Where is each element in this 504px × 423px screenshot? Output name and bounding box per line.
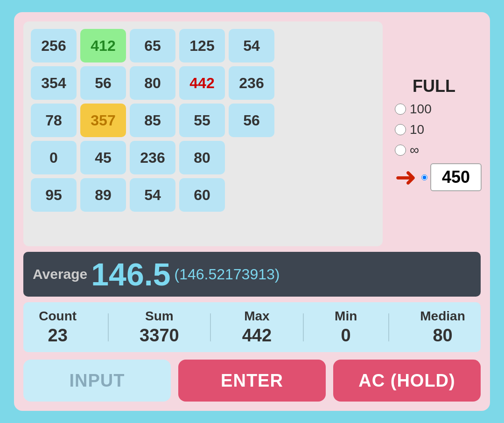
- radio-10-label: 10: [410, 122, 424, 137]
- radio-inf-label: ∞: [410, 143, 419, 158]
- stat-label-max: Max: [244, 309, 269, 324]
- stat-value-min: 0: [341, 326, 351, 346]
- stat-item-max: Max442: [242, 309, 272, 346]
- grid-row-3: 04523680: [31, 141, 375, 174]
- stat-item-median: Median80: [420, 309, 465, 346]
- cell-1-3[interactable]: 442: [179, 66, 225, 100]
- cell-1-4[interactable]: 236: [229, 66, 274, 100]
- stat-value-sum: 3370: [140, 326, 179, 346]
- stat-label-median: Median: [420, 309, 465, 324]
- radio-custom[interactable]: [421, 174, 427, 180]
- cell-4-3[interactable]: 60: [179, 178, 225, 212]
- cell-1-2[interactable]: 80: [130, 66, 175, 100]
- stat-item-min: Min0: [335, 309, 357, 346]
- radio-100-row: 100: [395, 102, 432, 117]
- right-arrow-icon: ➜: [395, 164, 417, 190]
- radio-inf-row: ∞: [395, 143, 419, 158]
- main-container: 2564126512554354568044223678357855556045…: [14, 12, 490, 411]
- cell-1-0[interactable]: 354: [31, 66, 77, 100]
- average-full-value: (146.52173913): [174, 266, 280, 283]
- cell-2-4[interactable]: 56: [229, 104, 274, 137]
- enter-button[interactable]: ENTER: [178, 360, 326, 402]
- cell-4-1[interactable]: 89: [80, 178, 126, 212]
- radio-10-row: 10: [395, 122, 424, 137]
- grid-row-4: 95895460: [31, 178, 375, 212]
- ac-button[interactable]: AC (HOLD): [333, 360, 481, 402]
- grid-row-0: 2564126512554: [31, 29, 375, 62]
- custom-value-input[interactable]: [430, 163, 482, 191]
- cell-3-1[interactable]: 45: [80, 141, 126, 174]
- average-bar: Average 146.5 (146.52173913): [23, 252, 481, 297]
- cell-2-1[interactable]: 357: [80, 104, 126, 137]
- cell-3-2[interactable]: 236: [130, 141, 175, 174]
- grid-row-2: 78357855556: [31, 104, 375, 137]
- arrow-row: ➜: [395, 163, 473, 191]
- average-label: Average: [33, 266, 87, 282]
- stat-item-sum: Sum3370: [140, 309, 179, 346]
- top-section: 2564126512554354568044223678357855556045…: [23, 21, 481, 246]
- stat-label-count: Count: [39, 309, 77, 324]
- radio-inf[interactable]: [395, 145, 406, 156]
- stat-label-sum: Sum: [145, 309, 174, 324]
- stat-value-count: 23: [48, 326, 68, 346]
- average-big-value: 146.5: [91, 258, 170, 290]
- stat-label-min: Min: [335, 309, 357, 324]
- cell-0-2[interactable]: 65: [130, 29, 175, 62]
- stat-item-count: Count23: [39, 309, 77, 346]
- cell-2-2[interactable]: 85: [130, 104, 175, 137]
- bottom-buttons: INPUT ENTER AC (HOLD): [23, 358, 481, 402]
- stat-value-median: 80: [433, 326, 452, 346]
- full-label: FULL: [413, 76, 455, 96]
- cell-3-0[interactable]: 0: [31, 141, 77, 174]
- custom-input-box: [421, 163, 482, 191]
- cell-4-0[interactable]: 95: [31, 178, 77, 212]
- radio-10[interactable]: [395, 124, 406, 135]
- cell-0-0[interactable]: 256: [31, 29, 77, 62]
- cell-0-1[interactable]: 412: [80, 29, 126, 62]
- cell-2-3[interactable]: 55: [179, 104, 225, 137]
- cell-0-4[interactable]: 54: [229, 29, 274, 62]
- input-button[interactable]: INPUT: [23, 360, 171, 402]
- cell-4-2[interactable]: 54: [130, 178, 175, 212]
- radio-100-label: 100: [410, 102, 432, 117]
- grid-row-1: 3545680442236: [31, 66, 375, 100]
- stat-divider-4: [388, 313, 389, 341]
- stat-value-max: 442: [242, 326, 272, 346]
- cell-2-0[interactable]: 78: [31, 104, 77, 137]
- cell-1-1[interactable]: 56: [80, 66, 126, 100]
- cell-3-3[interactable]: 80: [179, 141, 225, 174]
- stats-row: Count23Sum3370Max442Min0Median80: [23, 302, 481, 352]
- number-grid: 2564126512554354568044223678357855556045…: [23, 21, 383, 246]
- side-panel: FULL 100 10 ∞ ➜: [387, 21, 481, 246]
- stat-divider-3: [303, 313, 304, 341]
- cell-0-3[interactable]: 125: [179, 29, 225, 62]
- stat-divider-2: [210, 313, 211, 341]
- stat-divider-1: [108, 313, 109, 341]
- radio-100[interactable]: [395, 104, 406, 115]
